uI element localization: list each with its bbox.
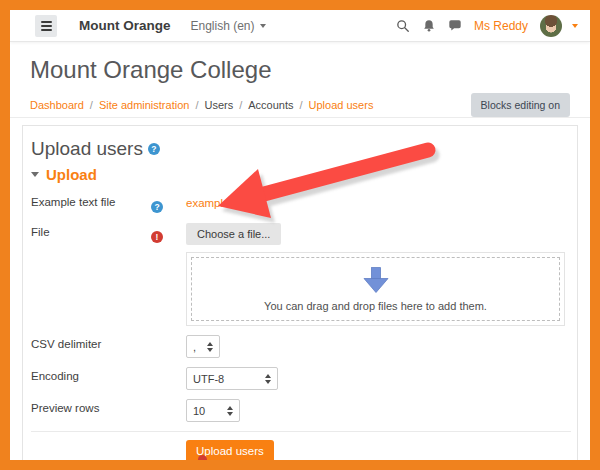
- breadcrumb-upload-users[interactable]: Upload users: [309, 99, 374, 111]
- site-brand[interactable]: Mount Orange: [79, 18, 171, 33]
- encoding-icon-spacer: [151, 367, 186, 370]
- drop-arrow-icon: [361, 267, 391, 294]
- encoding-row: Encoding UTF-8: [31, 367, 571, 390]
- csv-delimiter-icon-spacer: [151, 335, 186, 338]
- language-label: English (en): [191, 19, 255, 33]
- screenshot-frame: Mount Orange English (en) Ms Reddy: [0, 0, 600, 470]
- select-arrows-icon: [199, 342, 213, 352]
- example-text-file-label: Example text file: [31, 193, 151, 208]
- breadcrumb-accounts: Accounts: [248, 99, 308, 111]
- csv-delimiter-label: CSV delimiter: [31, 335, 151, 350]
- file-label: File: [31, 223, 151, 238]
- dropzone-text: You can drag and drop files here to add …: [264, 300, 487, 312]
- file-manager: You can drag and drop files here to add …: [186, 252, 565, 326]
- csv-delimiter-value: ,: [193, 341, 196, 353]
- chevron-down-icon: [260, 24, 266, 28]
- example-help-icon-wrap: ?: [151, 193, 186, 214]
- messages-icon[interactable]: [448, 19, 462, 33]
- navbar-right: Ms Reddy: [396, 15, 578, 37]
- upload-users-heading: Upload users ?: [31, 138, 571, 160]
- browser-page: Mount Orange English (en) Ms Reddy: [10, 10, 590, 460]
- file-control: Choose a file... You can drag and drop f…: [186, 223, 571, 326]
- blocks-editing-on-button[interactable]: Blocks editing on: [471, 93, 570, 117]
- upload-users-heading-text: Upload users: [31, 138, 143, 160]
- csv-delimiter-select[interactable]: ,: [186, 335, 220, 358]
- file-row: File ! Choose a file...: [31, 223, 571, 326]
- help-icon[interactable]: ?: [151, 201, 163, 213]
- upload-users-card: Upload users ? Upload Example text file …: [22, 125, 578, 460]
- preview-rows-value: 10: [193, 405, 205, 417]
- preview-rows-label: Preview rows: [31, 399, 151, 414]
- csv-delimiter-control: ,: [186, 335, 571, 358]
- upload-section-toggle[interactable]: Upload: [31, 166, 571, 183]
- csv-delimiter-row: CSV delimiter ,: [31, 335, 571, 358]
- submit-row: Upload users: [186, 440, 571, 460]
- encoding-label: Encoding: [31, 367, 151, 382]
- select-arrows-icon: [257, 374, 271, 384]
- breadcrumb: Dashboard Site administration Users Acco…: [30, 99, 373, 111]
- breadcrumb-users: Users: [204, 99, 248, 111]
- breadcrumb-site-administration[interactable]: Site administration: [99, 99, 205, 111]
- select-arrows-icon: [219, 406, 233, 416]
- user-menu-caret-icon[interactable]: [572, 24, 578, 28]
- top-navbar: Mount Orange English (en) Ms Reddy: [10, 10, 590, 42]
- menu-icon[interactable]: [35, 15, 57, 37]
- header-divider: [10, 117, 590, 118]
- collapse-triangle-icon: [31, 172, 39, 177]
- preview-rows-row: Preview rows 10: [31, 399, 571, 422]
- example-csv-link[interactable]: example.csv: [186, 194, 250, 209]
- user-avatar[interactable]: [540, 15, 562, 37]
- required-icon: [198, 455, 207, 460]
- preview-rows-select[interactable]: 10: [186, 399, 240, 422]
- page-header: Mount Orange College Dashboard Site admi…: [10, 42, 590, 117]
- preview-rows-icon-spacer: [151, 399, 186, 402]
- page-title: Mount Orange College: [30, 56, 570, 84]
- encoding-select[interactable]: UTF-8: [186, 367, 278, 390]
- choose-file-button[interactable]: Choose a file...: [186, 223, 281, 245]
- language-menu[interactable]: English (en): [191, 19, 266, 33]
- drag-drop-zone[interactable]: You can drag and drop files here to add …: [191, 257, 560, 321]
- encoding-value: UTF-8: [193, 373, 224, 385]
- help-icon[interactable]: ?: [148, 143, 160, 155]
- encoding-control: UTF-8: [186, 367, 571, 390]
- example-text-file-row: Example text file ? example.csv: [31, 193, 571, 214]
- example-file-control: example.csv: [186, 193, 571, 211]
- form-divider: [31, 431, 571, 432]
- breadcrumb-row: Dashboard Site administration Users Acco…: [30, 93, 570, 117]
- upload-section-title: Upload: [46, 166, 97, 183]
- file-required-icon-wrap: !: [151, 223, 186, 244]
- user-name[interactable]: Ms Reddy: [474, 19, 528, 33]
- search-icon[interactable]: [396, 19, 410, 33]
- required-icon: !: [151, 231, 163, 243]
- preview-rows-control: 10: [186, 399, 571, 422]
- breadcrumb-dashboard[interactable]: Dashboard: [30, 99, 99, 111]
- notifications-bell-icon[interactable]: [422, 19, 436, 33]
